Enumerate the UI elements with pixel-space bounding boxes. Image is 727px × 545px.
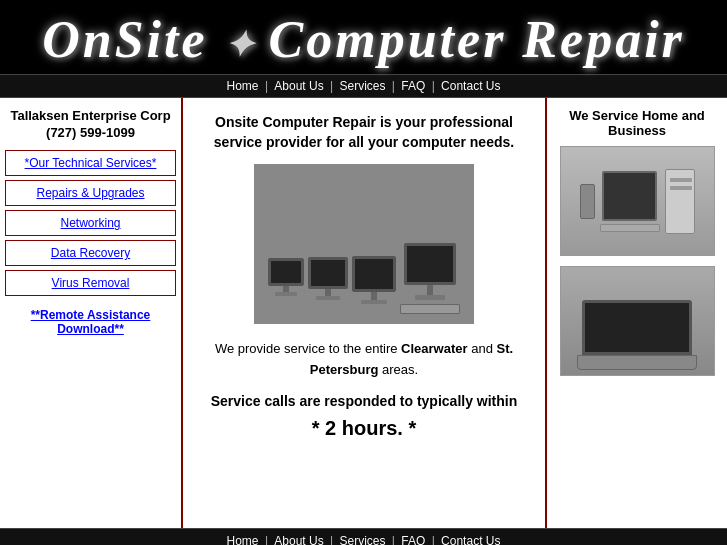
nav-contact[interactable]: Contact Us bbox=[441, 79, 500, 93]
right-heading: We Service Home and Business bbox=[555, 108, 719, 138]
footer: Home | About Us | Services | FAQ | Conta… bbox=[0, 528, 727, 545]
main-container: Tallaksen Enterprise Corp (727) 599-1099… bbox=[0, 98, 727, 528]
company-name: Tallaksen Enterprise Corp bbox=[5, 108, 176, 123]
main-heading: Onsite Computer Repair is your professio… bbox=[203, 113, 525, 152]
footer-nav-contact[interactable]: Contact Us bbox=[441, 534, 500, 545]
right-column: We Service Home and Business bbox=[547, 98, 727, 528]
sidebar-link-data-recovery[interactable]: Data Recovery bbox=[5, 240, 176, 266]
header: OnSite ✦ Computer Repair bbox=[0, 0, 727, 74]
nav-home[interactable]: Home bbox=[227, 79, 259, 93]
footer-nav-services[interactable]: Services bbox=[339, 534, 385, 545]
nav-about[interactable]: About Us bbox=[274, 79, 323, 93]
logo-part2: Computer Repair bbox=[269, 11, 685, 68]
speaker-icon bbox=[580, 184, 595, 219]
service-text: We provide service to the entire Clearwa… bbox=[203, 339, 525, 381]
hours-text: * 2 hours. * bbox=[203, 417, 525, 440]
desktop-image bbox=[560, 146, 715, 256]
computers-image bbox=[254, 164, 474, 324]
tower-icon bbox=[665, 169, 695, 234]
footer-nav-home[interactable]: Home bbox=[227, 534, 259, 545]
nav-bar: Home | About Us | Services | FAQ | Conta… bbox=[0, 74, 727, 98]
sidebar-link-tech-services[interactable]: *Our Technical Services* bbox=[5, 150, 176, 176]
laptop-icon bbox=[577, 300, 697, 370]
logo-star: ✦ bbox=[224, 25, 269, 65]
monitor-icon bbox=[602, 171, 657, 221]
laptop-image bbox=[560, 266, 715, 376]
nav-services[interactable]: Services bbox=[339, 79, 385, 93]
sidebar-link-virus-removal[interactable]: Virus Removal bbox=[5, 270, 176, 296]
company-phone: (727) 599-1099 bbox=[5, 125, 176, 140]
sidebar-link-networking[interactable]: Networking bbox=[5, 210, 176, 236]
logo-part1: OnSite bbox=[42, 11, 207, 68]
footer-nav-faq[interactable]: FAQ bbox=[401, 534, 425, 545]
sidebar-link-repairs[interactable]: Repairs & Upgrades bbox=[5, 180, 176, 206]
city1: Clearwater bbox=[401, 341, 467, 356]
response-text: Service calls are responded to typically… bbox=[203, 393, 525, 409]
center-content: Onsite Computer Repair is your professio… bbox=[183, 98, 547, 528]
keyboard-icon bbox=[600, 224, 660, 232]
remote-assist-link[interactable]: **Remote Assistance Download** bbox=[5, 308, 176, 336]
nav-faq[interactable]: FAQ bbox=[401, 79, 425, 93]
logo: OnSite ✦ Computer Repair bbox=[0, 10, 727, 69]
footer-nav-about[interactable]: About Us bbox=[274, 534, 323, 545]
sidebar: Tallaksen Enterprise Corp (727) 599-1099… bbox=[0, 98, 183, 528]
